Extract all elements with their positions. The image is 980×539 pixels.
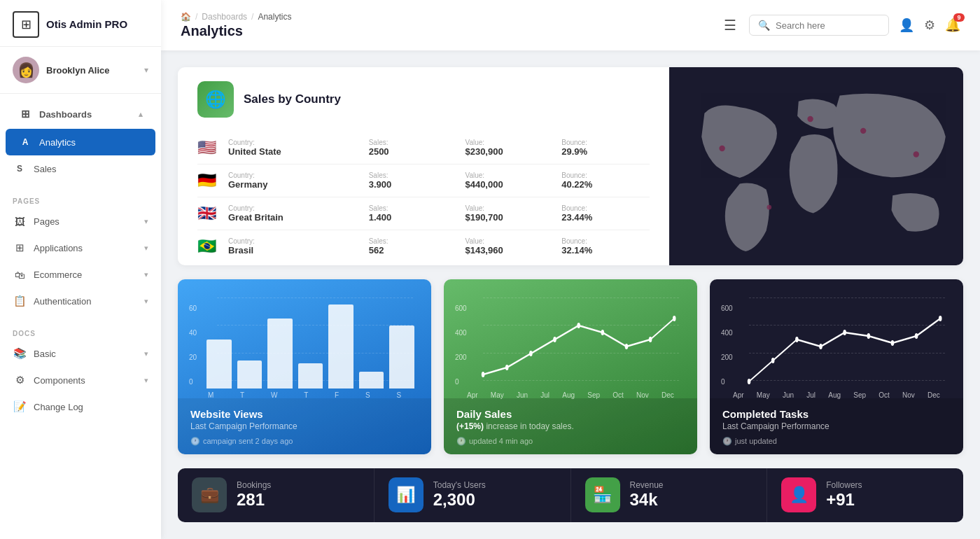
- country-flag: 🇧🇷: [197, 237, 220, 255]
- sales-info: Sales: 3.900: [369, 172, 457, 190]
- bar-x-label: S: [396, 391, 401, 399]
- hamburger-icon[interactable]: ☰: [724, 17, 736, 34]
- svg-point-8: [553, 337, 556, 342]
- value-info: Value: $230,900: [465, 139, 553, 157]
- bar-x-label: T: [240, 391, 244, 399]
- country-flag: 🇩🇪: [197, 172, 220, 190]
- svg-point-10: [601, 330, 604, 335]
- ecommerce-icon: 🛍: [13, 267, 27, 281]
- sales-info: Sales: 2500: [369, 139, 457, 157]
- charts-row: 60 40 20 0 MTWTFSS Website Views Last Ca…: [178, 279, 963, 454]
- bar: [328, 304, 354, 388]
- chevron-up-icon: ▴: [139, 110, 143, 119]
- header: 🏠 / Dashboards / Analytics Analytics ☰ 🔍…: [161, 0, 980, 50]
- sidebar-item-applications[interactable]: ⊞ Applications ▾: [0, 234, 161, 261]
- settings-icon[interactable]: ⚙: [924, 18, 935, 33]
- auth-icon: 📋: [13, 294, 27, 308]
- sidebar-item-ecommerce[interactable]: 🛍 Ecommerce ▾: [0, 261, 161, 288]
- sales-info: Sales: 562: [369, 237, 457, 255]
- breadcrumb-dashboards[interactable]: Dashboards: [202, 12, 247, 22]
- search-box[interactable]: 🔍: [749, 15, 889, 36]
- page-title: Analytics: [181, 23, 724, 39]
- home-icon: 🏠: [181, 12, 191, 22]
- svg-point-9: [577, 323, 580, 328]
- header-right: 🔍 👤 ⚙ 🔔 9: [749, 15, 960, 36]
- svg-point-11: [624, 344, 628, 349]
- sales-letter-icon: S: [13, 162, 27, 176]
- sidebar-item-label: Applications: [34, 243, 137, 253]
- grid-icon: ⊞: [18, 107, 32, 121]
- pages-icon: 🖼: [13, 214, 27, 228]
- main-content: 🏠 / Dashboards / Analytics Analytics ☰ 🔍…: [161, 0, 980, 539]
- chart-title: Daily Sales: [456, 408, 685, 420]
- bounce-info: Bounce: 29.9%: [561, 139, 650, 157]
- svg-point-12: [649, 337, 652, 342]
- chart-subtitle: Last Campaign Performance: [190, 421, 419, 431]
- svg-point-20: [890, 340, 894, 346]
- docs-section: DOCS 📚 Basic ▾ ⚙ Components ▾ 📝 Change L…: [0, 320, 161, 426]
- sidebar-item-label: Ecommerce: [34, 270, 137, 280]
- sidebar-item-changelog[interactable]: 📝 Change Log: [0, 393, 161, 420]
- changelog-icon: 📝: [13, 400, 27, 414]
- header-left: 🏠 / Dashboards / Analytics Analytics: [181, 12, 724, 39]
- bar-x-label: M: [208, 391, 214, 399]
- stat-icon: 📊: [388, 477, 424, 512]
- world-map-svg: [669, 67, 963, 265]
- sidebar-item-dashboards[interactable]: ⊞ Dashboards ▴: [6, 101, 155, 127]
- user-name: Brooklyn Alice: [46, 65, 110, 76]
- breadcrumb: 🏠 / Dashboards / Analytics: [181, 12, 724, 22]
- svg-point-5: [481, 372, 484, 377]
- stat-info: Bookings 281: [237, 480, 271, 510]
- sidebar-item-sales[interactable]: S Sales: [0, 155, 161, 182]
- sidebar-logo: ⊞ Otis Admin PRO: [0, 0, 161, 47]
- completed-tasks-card: 600 400 200 0: [710, 279, 963, 454]
- applications-icon: ⊞: [13, 241, 27, 255]
- sidebar-item-label: Basic: [34, 349, 137, 359]
- chevron-down-icon: ▾: [144, 376, 148, 385]
- chart-subtitle: (+15%) increase in today sales.: [456, 421, 685, 431]
- bar: [267, 318, 293, 388]
- search-icon: 🔍: [758, 20, 770, 31]
- chart-footer: 🕐 campaign sent 2 days ago: [190, 437, 419, 446]
- chevron-down-icon: ▾: [144, 217, 148, 226]
- completed-tasks-line: [737, 304, 952, 388]
- user-profile-icon[interactable]: 👤: [899, 18, 914, 33]
- search-input[interactable]: [776, 20, 880, 31]
- svg-point-15: [771, 358, 775, 363]
- stat-item: 💼 Bookings 281: [178, 468, 374, 522]
- completed-tasks-info: Completed Tasks Last Campaign Performanc…: [710, 398, 963, 454]
- sidebar-user[interactable]: 👩 Brooklyn Alice ▾: [0, 47, 161, 94]
- sidebar-item-basic[interactable]: 📚 Basic ▾: [0, 340, 161, 367]
- sidebar-item-analytics[interactable]: A Analytics: [6, 129, 155, 155]
- svg-point-21: [915, 333, 918, 339]
- sidebar-item-label: Components: [34, 375, 137, 386]
- notification-bell[interactable]: 🔔 9: [945, 18, 960, 33]
- chevron-down-icon: ▾: [144, 244, 148, 253]
- value-info: Value: $440,000: [465, 172, 553, 190]
- sidebar-item-components[interactable]: ⚙ Components ▾: [0, 367, 161, 393]
- bounce-info: Bounce: 40.22%: [561, 172, 650, 190]
- line-chart-area: 600 400 200 0: [444, 279, 697, 398]
- svg-point-13: [673, 316, 676, 321]
- stat-item: 👤 Followers +91: [767, 468, 963, 522]
- stat-value: 281: [237, 490, 271, 510]
- table-row: 🇧🇷 Country: Brasil Sales: 562 Value: $14…: [197, 230, 650, 262]
- stat-icon: 👤: [781, 477, 816, 512]
- country-table: 🇺🇸 Country: United State Sales: 2500 Val…: [197, 132, 650, 262]
- sidebar-item-pages[interactable]: 🖼 Pages ▾: [0, 208, 161, 234]
- chart-footer: 🕐 just updated: [722, 437, 951, 446]
- sales-info: Sales: 1.400: [369, 204, 457, 223]
- sidebar-item-authentication[interactable]: 📋 Authentication ▾: [0, 288, 161, 314]
- sales-title: Sales by Country: [244, 92, 341, 106]
- country-info: Country: Great Britain: [228, 204, 360, 223]
- stat-item: 🏪 Revenue 34k: [571, 468, 768, 522]
- bar: [298, 363, 323, 388]
- svg-point-2: [860, 128, 866, 134]
- svg-point-17: [819, 344, 822, 349]
- svg-point-1: [807, 116, 813, 122]
- line-chart-area: 600 400 200 0: [710, 279, 963, 398]
- svg-point-7: [529, 351, 533, 356]
- stat-label: Today's Users: [433, 480, 486, 490]
- daily-sales-info: Daily Sales (+15%) increase in today sal…: [444, 398, 697, 454]
- sidebar-item-label: Pages: [34, 216, 137, 227]
